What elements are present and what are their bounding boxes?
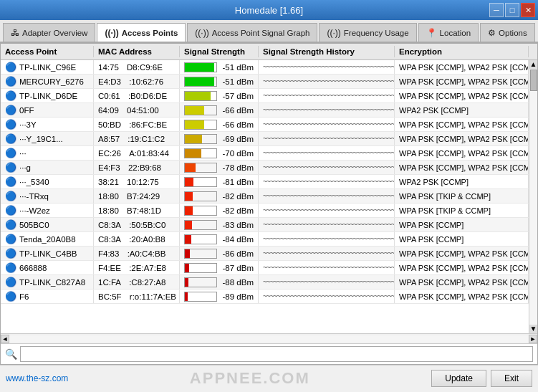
cell-mac: EC:26 A:01:83:44 — [94, 146, 180, 160]
table-row[interactable]: 🔵 F6 BC:5F r:o:11:7A:EB -89 dBm ~~~~~~~~… — [1, 290, 529, 304]
signal-bar — [184, 105, 217, 115]
wifi-icon: 🔵 — [5, 148, 16, 158]
cell-mac: F4:83 :A0:C4:BB — [94, 247, 180, 260]
search-input[interactable] — [20, 346, 533, 362]
cell-encryption: WPA PSK [CCMP], WPA2 PSK [CCMP] — [395, 132, 529, 145]
tab-adapter[interactable]: 🖧Adapter Overview — [3, 23, 95, 42]
wifi-icon: 🔵 — [5, 133, 16, 144]
cell-signal: -51 dBm — [180, 60, 259, 74]
cell-history: ~~~~~~~~~~~~~~~~~~~~~~~~~~~~~~~~~~~~~~~~… — [259, 275, 395, 289]
table-row[interactable]: 🔵 ···Y_19C1... A8:57 :19:C1:C2 -69 dBm ~… — [1, 132, 529, 146]
cell-mac: 18:80 B7:48:1D — [94, 204, 180, 217]
tab-ap[interactable]: ((·))Access Points — [97, 23, 186, 42]
cell-history: ~~~~~~~~~~~~~~~~~~~~~~~~~~~~~~~~~~~~~~~~… — [259, 175, 395, 188]
cell-signal: -78 dBm — [180, 161, 259, 174]
signal-bar — [184, 62, 217, 72]
cell-history: ~~~~~~~~~~~~~~~~~~~~~~~~~~~~~~~~~~~~~~~~… — [259, 75, 395, 88]
cell-encryption: WPA PSK [CCMP], WPA2 PSK [CCMP] — [395, 60, 529, 74]
cell-history: ~~~~~~~~~~~~~~~~~~~~~~~~~~~~~~~~~~~~~~~~… — [259, 118, 395, 131]
cell-history: ~~~~~~~~~~~~~~~~~~~~~~~~~~~~~~~~~~~~~~~~… — [259, 146, 395, 160]
cell-history: ~~~~~~~~~~~~~~~~~~~~~~~~~~~~~~~~~~~~~~~~… — [259, 103, 395, 117]
cell-name: 🔵 MERCURY_6276 — [1, 75, 94, 88]
window-title: Homedale [1.66] — [235, 5, 303, 16]
wifi-icon: 🔵 — [5, 262, 16, 273]
tab-options[interactable]: ⚙Options — [480, 23, 535, 42]
wifi-icon: 🔵 — [5, 248, 16, 259]
cell-encryption: WPA PSK [CCMP], WPA2 PSK [CCMP] — [395, 247, 529, 260]
signal-bar — [184, 177, 217, 187]
wifi-icon: 🔵 — [5, 76, 16, 87]
cell-name: 🔵 TP-LINK_C96E — [1, 60, 94, 74]
cell-name: 🔵 0FF — [1, 103, 94, 117]
wifi-icon: 🔵 — [5, 62, 16, 72]
freq-tab-icon: ((·)) — [327, 28, 340, 38]
cell-name: 🔵 666888 — [1, 261, 94, 274]
wifi-icon: 🔵 — [5, 291, 16, 302]
minimize-button[interactable]: ─ — [489, 3, 504, 17]
table-row[interactable]: 🔵 TP-LINK_D6DE C0:61 :B0:D6:DE -57 dBm ~… — [1, 89, 529, 103]
table-row[interactable]: 🔵 TP-LINK_C4BB F4:83 :A0:C4:BB -86 dBm ~… — [1, 247, 529, 261]
wifi-icon: 🔵 — [5, 191, 16, 201]
cell-signal: -69 dBm — [180, 132, 259, 145]
cell-signal: -88 dBm — [180, 275, 259, 289]
maximize-button[interactable]: □ — [505, 3, 519, 17]
cell-mac: 38:21 10:12:75 — [94, 175, 180, 188]
cell-encryption: WPA PSK [CCMP], WPA2 PSK [CCMP] — [395, 89, 529, 102]
signal-bar — [184, 163, 217, 173]
cell-name: 🔵 ···-W2ez — [1, 204, 94, 217]
cell-encryption: WPA2 PSK [CCMP] — [395, 103, 529, 117]
table-row[interactable]: 🔵 ··· EC:26 A:01:83:44 -70 dBm ~~~~~~~~~… — [1, 146, 529, 161]
tab-freq[interactable]: ((·))Frequency Usage — [319, 23, 416, 42]
cell-signal: -81 dBm — [180, 175, 259, 188]
table-row[interactable]: 🔵 ···-TRxq 18:80 B7:24:29 -82 dBm ~~~~~~… — [1, 189, 529, 204]
wifi-icon: 🔵 — [5, 119, 16, 130]
signal-bar — [184, 120, 217, 130]
horizontal-scroll-bar[interactable]: ◄ ► — [1, 333, 537, 343]
signal-bar — [184, 206, 217, 216]
signal-bar — [184, 134, 217, 144]
cell-name: 🔵 ···_5340 — [1, 175, 94, 188]
table-row[interactable]: 🔵 0FF 64:09 04:51:00 -66 dBm ~~~~~~~~~~~… — [1, 103, 529, 118]
column-header-signal-strength: Signal Strength — [180, 46, 259, 57]
cell-encryption: WPA PSK [CCMP], WPA2 PSK [CCMP] — [395, 161, 529, 174]
cell-signal: -57 dBm — [180, 89, 259, 102]
cell-history: ~~~~~~~~~~~~~~~~~~~~~~~~~~~~~~~~~~~~~~~~… — [259, 89, 395, 102]
signal-bar — [184, 234, 217, 244]
cell-encryption: WPA PSK [CCMP], WPA2 PSK [CCMP] — [395, 275, 529, 289]
update-button[interactable]: Update — [431, 370, 486, 387]
tab-location[interactable]: 📍Location — [418, 23, 479, 42]
cell-name: 🔵 ···g — [1, 161, 94, 174]
exit-button[interactable]: Exit — [491, 370, 532, 387]
table-row[interactable]: 🔵 TP-LINK_C96E 14:75 D8:C9:6E -51 dBm ~~… — [1, 60, 529, 75]
column-header-encryption: Encryption — [395, 46, 529, 57]
cell-encryption: WPA PSK [TKIP & CCMP] — [395, 204, 529, 217]
table-row[interactable]: 🔵 ···g E4:F3 22:B9:68 -78 dBm ~~~~~~~~~~… — [1, 161, 529, 175]
table-row[interactable]: 🔵 MERCURY_6276 E4:D3 :10:62:76 -51 dBm ~… — [1, 75, 529, 89]
tab-signal[interactable]: ((·))Access Point Signal Graph — [187, 23, 317, 42]
signal-bar — [184, 148, 217, 158]
vertical-scrollbar[interactable]: ▲ ▼ — [529, 60, 537, 333]
cell-name: 🔵 505BC0 — [1, 218, 94, 231]
table-row[interactable]: 🔵 ···_5340 38:21 10:12:75 -81 dBm ~~~~~~… — [1, 175, 529, 189]
cell-name: 🔵 Tenda_20A0B8 — [1, 232, 94, 246]
cell-history: ~~~~~~~~~~~~~~~~~~~~~~~~~~~~~~~~~~~~~~~~… — [259, 247, 395, 260]
table-row[interactable]: 🔵 666888 F4:EE :2E:A7:E8 -87 dBm ~~~~~~~… — [1, 261, 529, 275]
search-icon: 🔍 — [5, 348, 17, 360]
cell-history: ~~~~~~~~~~~~~~~~~~~~~~~~~~~~~~~~~~~~~~~~… — [259, 261, 395, 274]
column-header-signal-strength-history: Signal Strength History — [259, 46, 395, 57]
table-row[interactable]: 🔵 ···-W2ez 18:80 B7:48:1D -82 dBm ~~~~~~… — [1, 204, 529, 218]
table-row[interactable]: 🔵 Tenda_20A0B8 C8:3A :20:A0:B8 -84 dBm ~… — [1, 232, 529, 247]
signal-bar — [184, 191, 217, 201]
table-row[interactable]: 🔵 ···3Y 50:BD :86:FC:BE -66 dBm ~~~~~~~~… — [1, 118, 529, 132]
cell-mac: BC:5F r:o:11:7A:EB — [94, 290, 180, 303]
close-button[interactable]: ✕ — [521, 3, 535, 17]
website-link[interactable]: www.the-sz.com — [6, 373, 68, 383]
table-row[interactable]: 🔵 505BC0 C8:3A :50:5B:C0 -83 dBm ~~~~~~~… — [1, 218, 529, 232]
signal-bar — [184, 277, 217, 287]
table-row[interactable]: 🔵 TP-LINK_C827A8 1C:FA :C8:27:A8 -88 dBm… — [1, 275, 529, 290]
cell-name: 🔵 TP-LINK_D6DE — [1, 89, 94, 102]
signal-bar — [184, 249, 217, 259]
cell-signal: -83 dBm — [180, 218, 259, 231]
cell-mac: 50:BD :86:FC:BE — [94, 118, 180, 131]
cell-name: 🔵 ··· — [1, 146, 94, 160]
